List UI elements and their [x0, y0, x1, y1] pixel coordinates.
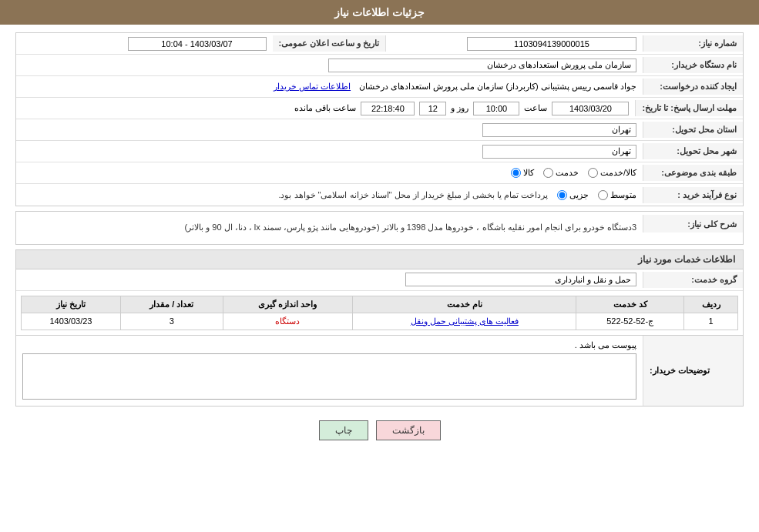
service-info-title: اطلاعات خدمات مورد نیاز: [16, 250, 743, 269]
ostan-input[interactable]: [482, 123, 636, 137]
radio-jazzi[interactable]: جزیی: [557, 190, 589, 200]
buyer-notes-text: پیوست می باشد .: [22, 340, 636, 350]
type-row: طبقه بندی موضوعی: کالا/خدمت خدمت کالا: [16, 162, 743, 184]
jazzi-label: جزیی: [569, 190, 589, 200]
sharh-label: شرح کلی نیاز:: [643, 215, 743, 233]
back-button[interactable]: بازگشت: [376, 420, 441, 440]
kala-khedmat-label: کالا/خدمت: [600, 168, 636, 178]
page-container: جزئیات اطلاعات نیاز شماره نیاز: تاریخ و …: [0, 0, 759, 532]
type-value: کالا/خدمت خدمت کالا: [16, 165, 643, 181]
service-info-section: اطلاعات خدمات مورد نیاز گروه خدمت: ردیف …: [15, 249, 744, 407]
print-button[interactable]: چاپ: [319, 420, 368, 440]
announce-label: تاریخ و ساعت اعلان عمومی:: [273, 35, 387, 52]
name-dastgah-label: نام دستگاه خریدار:: [643, 57, 743, 73]
radio-kala-khedmat[interactable]: کالا/خدمت: [588, 168, 636, 178]
cell-vahed: دستگاه: [223, 313, 353, 330]
farayand-value: متوسط جزیی پرداخت تمام یا بخشی از مبلغ خ…: [16, 187, 643, 203]
kala-label: کالا: [523, 168, 534, 178]
page-header: جزئیات اطلاعات نیاز: [0, 0, 759, 25]
radio-jazzi-input[interactable]: [557, 190, 567, 200]
shomara-row: شماره نیاز: تاریخ و ساعت اعلان عمومی:: [16, 33, 743, 55]
name-dastgah-input[interactable]: [328, 59, 636, 72]
roz-label: روز و: [451, 103, 468, 113]
col-kod: کد خدمت: [576, 296, 684, 313]
ijad-label: ایجاد کننده درخواست:: [643, 79, 743, 95]
announce-value: [16, 34, 273, 54]
buyer-notes-textarea[interactable]: [22, 353, 636, 400]
cell-tedad: 3: [120, 313, 223, 330]
mande-input[interactable]: [361, 102, 415, 115]
radio-khedmat-input[interactable]: [543, 168, 553, 178]
radio-kala-input[interactable]: [511, 168, 521, 178]
content-area: شماره نیاز: تاریخ و ساعت اعلان عمومی: نا…: [0, 25, 759, 457]
buyer-notes-section: توضیحات خریدار: پیوست می باشد .: [16, 335, 743, 406]
farayand-label: نوع فرآیند خرید :: [643, 187, 743, 203]
mohlat-value: ساعت روز و ساعت باقی مانده: [16, 99, 635, 119]
farayand-row: نوع فرآیند خرید : متوسط جزیی پرداخت تمام…: [16, 184, 743, 206]
services-table: ردیف کد خدمت نام خدمت واحد اندازه گیری ت…: [21, 296, 738, 330]
shahr-input[interactable]: [482, 145, 636, 159]
radio-kala-khedmat-input[interactable]: [588, 168, 598, 178]
sharh-row: شرح کلی نیاز: 3دستگاه خودرو برای انجام ا…: [16, 212, 743, 244]
cell-name[interactable]: فعالیت های پشتیبانی حمل ونقل: [353, 313, 576, 330]
khedmat-label: خدمت: [556, 168, 579, 178]
sharh-section: شرح کلی نیاز: 3دستگاه خودرو برای انجام ا…: [15, 211, 744, 245]
col-radif: ردیف: [684, 296, 738, 313]
group-khedmat-row: گروه خدمت:: [16, 269, 743, 291]
shahr-label: شهر محل تحویل:: [643, 143, 743, 159]
ostan-value: [16, 120, 643, 140]
roz-input[interactable]: [419, 102, 446, 115]
saat-input[interactable]: [473, 102, 519, 115]
table-row: 1 ج-52-52-522 فعالیت های پشتیبانی حمل ون…: [22, 313, 738, 330]
radio-khedmat[interactable]: خدمت: [543, 168, 579, 178]
saat-label: ساعت: [524, 103, 547, 113]
shomara-input[interactable]: [467, 37, 636, 51]
ijad-row: ایجاد کننده درخواست: جواد قاسمی رییس پشت…: [16, 76, 743, 98]
type-label: طبقه بندی موضوعی:: [643, 165, 743, 181]
etelaat-tamas-link[interactable]: اطلاعات تماس خریدار: [274, 82, 351, 91]
buyer-notes-content: پیوست می باشد .: [16, 336, 643, 406]
mohlat-row: مهلت ارسال پاسخ: تا تاریخ: ساعت روز و سا…: [16, 98, 743, 119]
group-khedmat-value: [16, 269, 643, 289]
col-tedad: تعداد / مقدار: [120, 296, 223, 313]
cell-kod: ج-52-52-522: [576, 313, 684, 330]
ostan-label: استان محل تحویل:: [643, 122, 743, 138]
radio-kala[interactable]: کالا: [511, 168, 534, 178]
name-dastgah-value: [16, 55, 643, 75]
col-vahed: واحد اندازه گیری: [223, 296, 353, 313]
ijad-value: جواد قاسمی رییس پشتیبانی (کاربرداز) سازم…: [16, 79, 643, 95]
buyer-notes-label: توضیحات خریدار:: [643, 336, 743, 406]
page-title: جزئیات اطلاعات نیاز: [334, 6, 425, 18]
motavaset-label: متوسط: [610, 190, 636, 200]
table-container: ردیف کد خدمت نام خدمت واحد اندازه گیری ت…: [16, 291, 743, 335]
button-bar: بازگشت چاپ: [15, 411, 744, 450]
announce-input[interactable]: [128, 37, 267, 51]
mohlat-label: مهلت ارسال پاسخ: تا تاریخ:: [635, 100, 743, 116]
mande-label: ساعت باقی مانده: [294, 103, 356, 113]
ostan-row: استان محل تحویل:: [16, 119, 743, 141]
radio-motavaset[interactable]: متوسط: [598, 190, 636, 200]
shahr-row: شهر محل تحویل:: [16, 141, 743, 162]
date-input[interactable]: [552, 102, 629, 115]
col-name: نام خدمت: [353, 296, 576, 313]
cell-tarikh: 1403/03/23: [22, 313, 121, 330]
ijad-text: جواد قاسمی رییس پشتیبانی (کاربرداز) سازم…: [359, 82, 636, 91]
radio-motavaset-input[interactable]: [598, 190, 608, 200]
group-khedmat-label: گروه خدمت:: [643, 272, 743, 288]
group-khedmat-input[interactable]: [405, 273, 636, 286]
shahr-value: [16, 142, 643, 162]
sharh-value: 3دستگاه خودرو برای انجام امور نقلیه باشگ…: [16, 215, 643, 241]
shomara-label: شماره نیاز:: [643, 35, 743, 52]
farayand-note: پرداخت تمام یا بخشی از مبلغ خریدار از مح…: [278, 190, 548, 200]
cell-radif: 1: [684, 313, 738, 330]
col-tarikh: تاریخ نیاز: [22, 296, 121, 313]
shomara-value: [386, 34, 643, 54]
main-info-section: شماره نیاز: تاریخ و ساعت اعلان عمومی: نا…: [15, 32, 744, 206]
name-dastgah-row: نام دستگاه خریدار:: [16, 55, 743, 76]
